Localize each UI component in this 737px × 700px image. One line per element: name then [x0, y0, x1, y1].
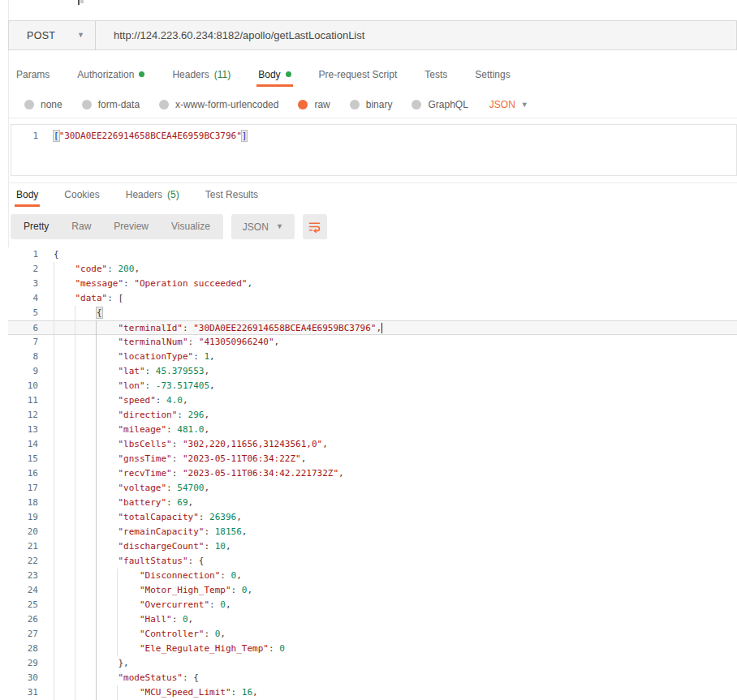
code-text: "gnssTime": "2023-05-11T06:34:22Z",: [38, 452, 306, 466]
separator: [8, 183, 737, 183]
clipped-tab-title-artifact: [80, 0, 84, 3]
line-number: 13: [8, 423, 38, 437]
line-number: 27: [8, 627, 38, 642]
code-line: 10 "lon": -73.517405,: [8, 379, 737, 393]
code-text: "message": "Operation succeeded",: [38, 277, 252, 291]
line-number: 26: [8, 612, 38, 627]
body-mode-form-data[interactable]: form-data: [82, 99, 140, 110]
tab-count-badge: (5): [167, 189, 179, 200]
code-line: 4 "data": [: [8, 291, 737, 306]
code-text: "remainCapacity": 18156,: [38, 525, 247, 539]
separator: [8, 118, 737, 118]
response-format-dropdown[interactable]: JSON ▼: [231, 214, 295, 239]
line-number: 11: [8, 393, 38, 408]
body-mode-label: GraphQL: [428, 99, 468, 110]
line-number: 28: [8, 642, 38, 656]
tab-label: Settings: [475, 69, 510, 80]
code-line: 22 "faultStatus": {: [8, 554, 737, 569]
body-mode-label: form-data: [98, 99, 140, 110]
code-text: "Controller": 0,: [38, 627, 226, 642]
indent-guide-active: [96, 320, 97, 700]
line-number: 5: [8, 306, 38, 320]
request-tab-authorization[interactable]: Authorization: [75, 64, 146, 87]
view-visualize[interactable]: Visualize: [160, 214, 222, 239]
code-line: 3 "message": "Operation succeeded",: [8, 277, 737, 291]
request-tab-body[interactable]: Body: [256, 64, 292, 87]
line-number: 22: [8, 554, 38, 569]
code-line: 1["30DA0EE226914658BCEA4E6959BC3796"]: [11, 129, 736, 144]
body-mode-row: noneform-datax-www-form-urlencodedrawbin…: [8, 94, 737, 115]
code-text: "battery": 69,: [38, 496, 193, 510]
word-wrap-icon: [308, 220, 321, 234]
line-number: 18: [8, 496, 38, 510]
code-text: "Motor_High_Temp": 0,: [38, 583, 252, 598]
body-mode-binary[interactable]: binary: [350, 99, 393, 110]
line-number: 31: [8, 685, 38, 700]
line-number: 10: [8, 379, 38, 393]
code-text: "mileage": 481.0,: [38, 423, 209, 437]
line-number: 15: [8, 452, 38, 466]
code-line: 12 "direction": 296,: [8, 408, 737, 423]
body-mode-label: binary: [366, 99, 393, 110]
tab-label: Headers: [126, 189, 162, 200]
url-input[interactable]: http://124.223.60.234:8182/apollo/getLas…: [96, 21, 736, 49]
response-tab-body[interactable]: Body: [15, 185, 40, 207]
line-number: 29: [8, 656, 38, 671]
line-number: 19: [8, 510, 38, 525]
raw-format-dropdown[interactable]: JSON▼: [489, 99, 528, 110]
line-number: 8: [8, 350, 38, 364]
chevron-down-icon: ▼: [276, 223, 283, 230]
request-tab-tests[interactable]: Tests: [423, 64, 449, 87]
request-url-bar: POST ▼ http://124.223.60.234:8182/apollo…: [8, 20, 737, 50]
line-number: 17: [8, 481, 38, 496]
code-text: "modeStatus": {: [38, 671, 199, 685]
response-tab-headers[interactable]: Headers(5): [124, 185, 181, 207]
view-pretty[interactable]: Pretty: [12, 214, 60, 239]
code-line: 8 "locationType": 1,: [8, 350, 737, 364]
code-line: 1{: [8, 247, 737, 262]
response-tab-cookies[interactable]: Cookies: [62, 185, 101, 207]
code-text: "MCU_Speed_Limit": 16,: [38, 685, 258, 700]
response-view-switch: PrettyRawPreviewVisualize: [11, 214, 223, 239]
tab-label: Headers: [172, 69, 209, 80]
chevron-down-icon: ▼: [521, 101, 528, 109]
code-text: "voltage": 54700,: [38, 481, 209, 496]
method-label: POST: [27, 30, 55, 41]
code-line: 16 "recvTime": "2023-05-11T06:34:42.2217…: [8, 466, 737, 481]
code-line: 18 "battery": 69,: [8, 496, 737, 510]
body-mode-none[interactable]: none: [24, 99, 62, 110]
wrap-lines-button[interactable]: [303, 214, 327, 239]
line-number: 20: [8, 525, 38, 539]
url-text: http://124.223.60.234:8182/apollo/getLas…: [114, 29, 364, 41]
request-tab-pre-request-script[interactable]: Pre-request Script: [317, 64, 399, 87]
code-line: 14 "lbsCells": "302,220,11656,31243561,0…: [8, 437, 737, 452]
clipped-tab-title-artifact: [78, 0, 80, 5]
code-text: "Hall": 0,: [38, 612, 193, 627]
line-number: 3: [8, 277, 38, 291]
tab-label: Params: [16, 69, 50, 80]
body-mode-graphql[interactable]: GraphQL: [412, 99, 468, 110]
code-text: "recvTime": "2023-05-11T06:34:42.221732Z…: [38, 466, 344, 481]
request-tab-params[interactable]: Params: [15, 64, 51, 87]
response-tab-test-results[interactable]: Test Results: [204, 185, 260, 207]
view-raw[interactable]: Raw: [60, 214, 102, 239]
indent-guide: [117, 685, 118, 700]
view-preview[interactable]: Preview: [102, 214, 160, 239]
response-body-editor[interactable]: 1{2 "code": 200,3 "message": "Operation …: [8, 247, 737, 700]
body-mode-label: raw: [314, 99, 330, 110]
request-tabs: ParamsAuthorizationHeaders(11)BodyPre-re…: [8, 64, 737, 87]
code-text: "data": [: [38, 291, 123, 306]
request-tab-headers[interactable]: Headers(11): [170, 64, 232, 87]
request-body-editor[interactable]: 1["30DA0EE226914658BCEA4E6959BC3796"]: [11, 124, 737, 176]
body-mode-raw[interactable]: raw: [298, 99, 330, 110]
line-number: 16: [8, 466, 38, 481]
green-dot-indicator: [286, 71, 291, 77]
indent-guide: [54, 262, 54, 700]
code-text: "totalCapacity": 26396,: [38, 510, 242, 525]
request-tab-settings[interactable]: Settings: [473, 64, 511, 87]
line-number: 2: [8, 262, 38, 277]
radio-icon: [350, 100, 360, 110]
method-selector[interactable]: POST ▼: [9, 21, 96, 49]
body-mode-x-www-form-urlencoded[interactable]: x-www-form-urlencoded: [159, 99, 278, 110]
line-number: 9: [8, 364, 38, 379]
